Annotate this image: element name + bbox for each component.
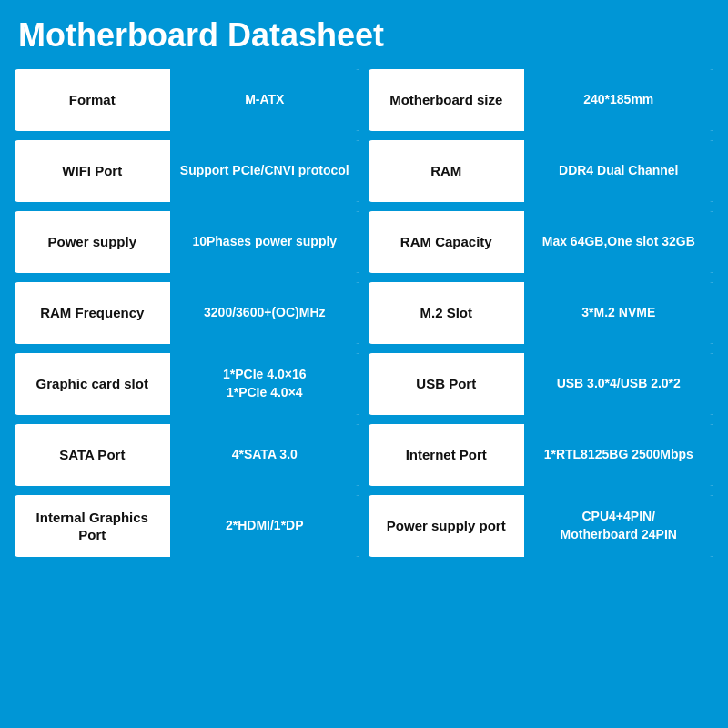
cell-label: Internal Graphics Port xyxy=(15,500,170,553)
cell-label: Power supply xyxy=(15,224,170,260)
cell-value: 1*RTL8125BG 2500Mbps xyxy=(524,424,713,486)
spec-cell: M.2 Slot3*M.2 NVME xyxy=(369,282,713,344)
cell-value: 4*SATA 3.0 xyxy=(170,424,359,486)
cell-value: CPU4+4PIN/Motherboard 24PIN xyxy=(524,495,713,557)
cell-label: RAM xyxy=(369,153,524,189)
spec-cell: RAM CapacityMax 64GB,One slot 32GB xyxy=(369,211,713,273)
cell-value: 240*185mm xyxy=(524,69,713,131)
cell-value: 2*HDMI/1*DP xyxy=(170,495,359,557)
cell-label: USB Port xyxy=(369,366,524,402)
cell-value: M-ATX xyxy=(170,69,359,131)
cell-value: 3*M.2 NVME xyxy=(524,282,713,344)
spec-cell: USB PortUSB 3.0*4/USB 2.0*2 xyxy=(369,353,713,415)
cell-value: 3200/3600+(OC)MHz xyxy=(170,282,359,344)
spec-cell: FormatM-ATX xyxy=(15,69,359,131)
cell-value: 10Phases power supply xyxy=(170,211,359,273)
cell-label: WIFI Port xyxy=(15,153,170,189)
cell-value: DDR4 Dual Channel xyxy=(524,140,713,202)
spec-cell: SATA Port4*SATA 3.0 xyxy=(15,424,359,486)
spec-grid: FormatM-ATXMotherboard size240*185mmWIFI… xyxy=(15,69,713,557)
spec-cell: WIFI PortSupport PCIe/CNVI protocol xyxy=(15,140,359,202)
spec-cell: Internal Graphics Port2*HDMI/1*DP xyxy=(15,495,359,557)
page-wrapper: Motherboard Datasheet FormatM-ATXMotherb… xyxy=(0,0,728,728)
spec-cell: Internet Port1*RTL8125BG 2500Mbps xyxy=(369,424,713,486)
cell-label: Motherboard size xyxy=(369,82,524,118)
cell-label: Internet Port xyxy=(369,437,524,473)
cell-label: Power supply port xyxy=(369,508,524,544)
cell-label: Graphic card slot xyxy=(15,366,170,402)
spec-cell: RAM Frequency3200/3600+(OC)MHz xyxy=(15,282,359,344)
cell-value: Max 64GB,One slot 32GB xyxy=(524,211,713,273)
cell-label: M.2 Slot xyxy=(369,295,524,331)
spec-cell: Power supply portCPU4+4PIN/Motherboard 2… xyxy=(369,495,713,557)
cell-label: RAM Capacity xyxy=(369,224,524,260)
cell-value: USB 3.0*4/USB 2.0*2 xyxy=(524,353,713,415)
spec-cell: RAMDDR4 Dual Channel xyxy=(369,140,713,202)
cell-value: 1*PCIe 4.0×161*PCIe 4.0×4 xyxy=(170,353,359,415)
cell-value: Support PCIe/CNVI protocol xyxy=(170,140,359,202)
cell-label: RAM Frequency xyxy=(15,295,170,331)
cell-label: Format xyxy=(15,82,170,118)
page-title: Motherboard Datasheet xyxy=(15,16,713,55)
cell-label: SATA Port xyxy=(15,437,170,473)
spec-cell: Graphic card slot1*PCIe 4.0×161*PCIe 4.0… xyxy=(15,353,359,415)
spec-cell: Motherboard size240*185mm xyxy=(369,69,713,131)
spec-cell: Power supply10Phases power supply xyxy=(15,211,359,273)
